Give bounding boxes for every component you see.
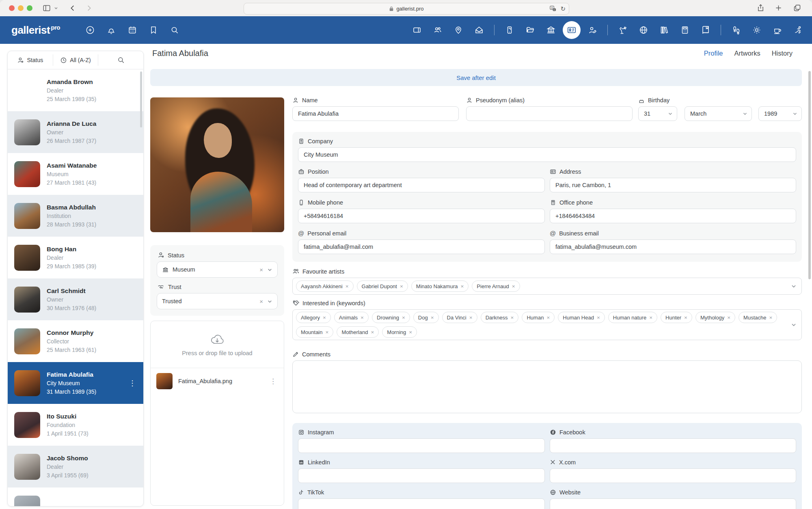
book-icon[interactable] (701, 25, 710, 35)
contact-list-item[interactable]: Jacob ShomoDealer3 April 1955 (69) (8, 446, 143, 487)
gear-icon[interactable] (752, 25, 762, 35)
remove-tag-icon[interactable]: × (361, 315, 364, 321)
birthday-day-select[interactable]: 31 (638, 106, 677, 121)
instagram-input[interactable] (298, 438, 545, 453)
globe-icon[interactable] (639, 25, 648, 35)
remove-tag-icon[interactable]: × (323, 315, 326, 321)
contact-list-item[interactable]: Connor MurphyCollector25 March 1963 (61) (8, 320, 143, 362)
bell-icon[interactable] (106, 25, 116, 35)
facebook-input[interactable] (550, 438, 796, 453)
keyword-tag[interactable]: Mythology× (695, 312, 735, 323)
favourite-artists-box[interactable]: Aayansh Akkineni× Gabriel Dupont× Minato… (292, 278, 802, 295)
keyword-tag[interactable]: Darkness× (481, 312, 519, 323)
mobile-phone-input[interactable] (298, 209, 545, 223)
address-input[interactable] (550, 178, 796, 192)
remove-tag-icon[interactable]: × (469, 315, 473, 321)
remove-tag-icon[interactable]: × (431, 315, 434, 321)
search-icon[interactable] (170, 25, 179, 35)
file-row[interactable]: Fatima_Abulafia.png ⋮ (151, 368, 284, 394)
contact-menu-icon[interactable]: ⋮ (127, 378, 138, 388)
remove-tag-icon[interactable]: × (371, 329, 374, 335)
contact-list-item-selected[interactable]: Fatima AbulafiaCity Museum31 March 1989 … (8, 362, 143, 404)
keyword-tag[interactable]: Morning× (382, 326, 417, 338)
pseudonym-input[interactable] (466, 106, 633, 121)
tab-history[interactable]: History (772, 50, 793, 57)
keyword-tag[interactable]: Motherland× (337, 326, 379, 338)
remove-tag-icon[interactable]: × (460, 283, 464, 289)
contact-list-item[interactable]: Ito SuzukiFoundation1 April 1951 (73) (8, 404, 143, 446)
office-phone-input[interactable] (550, 209, 796, 223)
keyword-tag[interactable]: Human× (522, 312, 555, 323)
bookmark-icon[interactable] (149, 25, 158, 35)
keyword-tag[interactable]: Human Head× (558, 312, 605, 323)
contact-list-item[interactable]: Kyle Jackson (8, 487, 143, 507)
window-close-button[interactable] (9, 5, 15, 11)
chevron-down-icon[interactable] (54, 6, 58, 11)
map-pin-icon[interactable] (454, 25, 463, 35)
forward-icon[interactable] (84, 4, 93, 13)
new-tab-icon[interactable] (774, 4, 783, 12)
filter-sort-button[interactable]: All (A-Z) (53, 51, 98, 69)
share-icon[interactable] (756, 4, 765, 12)
app-logo[interactable]: galleristpro (11, 24, 60, 37)
remove-tag-icon[interactable]: × (512, 283, 515, 289)
remove-tag-icon[interactable]: × (684, 315, 687, 321)
bank-icon[interactable] (546, 25, 556, 35)
keyword-tag[interactable]: Da Vinci× (442, 312, 477, 323)
artist-tag[interactable]: Minato Nakamura× (411, 280, 469, 292)
user-edit-icon[interactable] (587, 25, 597, 35)
tiktok-input[interactable] (298, 498, 545, 509)
contact-list-item[interactable]: Arianna De LucaOwner26 March 1987 (37) (8, 111, 143, 153)
trust-select[interactable]: Trusted × (157, 293, 278, 309)
birthday-year-select[interactable]: 1989 (758, 106, 802, 121)
keyword-tag[interactable]: Mountain× (296, 326, 333, 338)
remove-tag-icon[interactable]: × (511, 315, 514, 321)
file-menu-icon[interactable]: ⋮ (268, 376, 278, 386)
contact-list-item[interactable]: Asami WatanabeMuseum27 March 1981 (43) (8, 153, 143, 195)
desk-lamp-icon[interactable] (618, 25, 628, 35)
phone-icon[interactable] (505, 25, 514, 35)
remove-tag-icon[interactable]: × (325, 329, 328, 335)
books-icon[interactable] (659, 25, 669, 35)
address-bar[interactable]: gallerist.pro Ax ↻ (244, 3, 569, 15)
keyword-tag[interactable]: Hunter× (661, 312, 692, 323)
mail-icon[interactable] (474, 25, 484, 35)
file-dropzone[interactable]: Press or drop file to upload (151, 321, 284, 368)
screen-icon[interactable] (412, 25, 422, 35)
back-icon[interactable] (68, 4, 77, 13)
name-input[interactable] (292, 106, 459, 121)
company-input[interactable] (298, 147, 796, 162)
calendar-icon[interactable] (127, 25, 137, 35)
website-input[interactable] (550, 498, 796, 509)
contact-list-item[interactable]: Carl SchmidtOwner30 March 1976 (48) (8, 278, 143, 320)
filter-status-button[interactable]: Status (8, 51, 53, 69)
clear-icon[interactable]: × (259, 266, 263, 273)
tab-profile[interactable]: Profile (704, 50, 723, 57)
status-select[interactable]: Museum × (157, 261, 278, 278)
artist-tag[interactable]: Pierre Arnaud× (472, 280, 520, 292)
remove-tag-icon[interactable]: × (546, 315, 550, 321)
calculator-icon[interactable] (680, 25, 690, 35)
window-minimize-button[interactable] (18, 5, 24, 11)
chevron-down-icon[interactable] (791, 283, 797, 289)
tab-artworks[interactable]: Artworks (734, 50, 760, 57)
artist-tag[interactable]: Aayansh Akkineni× (296, 280, 354, 292)
birthday-month-select[interactable]: March (685, 106, 752, 121)
linkedin-input[interactable] (298, 468, 545, 483)
id-card-icon[interactable] (563, 21, 581, 39)
reload-icon[interactable]: ↻ (560, 5, 566, 13)
comments-textarea[interactable] (292, 360, 802, 413)
contact-list-item[interactable]: Basma AbdullahInstitution28 March 1993 (… (8, 195, 143, 237)
sidebar-toggle-icon[interactable] (42, 4, 51, 13)
position-input[interactable] (298, 178, 545, 192)
remove-tag-icon[interactable]: × (346, 283, 349, 289)
remove-tag-icon[interactable]: × (769, 315, 772, 321)
flying-person-icon[interactable] (793, 25, 803, 35)
window-zoom-button[interactable] (27, 5, 32, 11)
coffee-cup-icon[interactable] (773, 25, 782, 35)
save-after-edit-button[interactable]: Save after edit (456, 74, 496, 81)
footprints-icon[interactable] (731, 25, 741, 35)
folder-icon[interactable] (525, 25, 535, 35)
remove-tag-icon[interactable]: × (727, 315, 730, 321)
sidebar-scrollbar[interactable] (140, 71, 142, 127)
